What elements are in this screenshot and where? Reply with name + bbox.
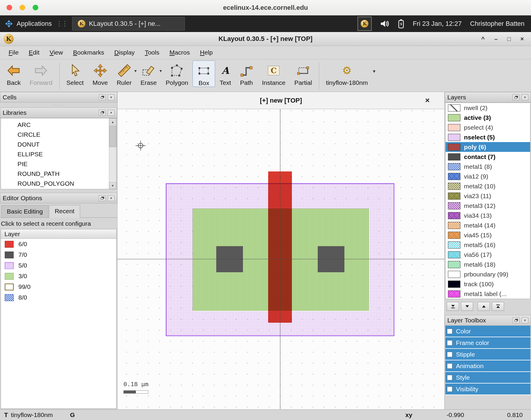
- partial-tool[interactable]: Partial: [290, 61, 317, 86]
- layer-item-metal1[interactable]: metal1 (8): [446, 162, 530, 171]
- libraries-close-button[interactable]: ×: [108, 110, 115, 116]
- toolbox-item-style[interactable]: Style: [445, 372, 530, 383]
- move-layer-down-button[interactable]: [461, 302, 473, 311]
- scroll-down-icon[interactable]: ▼: [109, 182, 116, 189]
- menu-display[interactable]: Display: [109, 47, 140, 58]
- dock-splitter-handle[interactable]: ·····: [0, 103, 117, 107]
- menu-view[interactable]: View: [44, 47, 68, 58]
- layer-item-via23[interactable]: via23 (11): [446, 191, 530, 201]
- layout-canvas[interactable]: 0.18 µm: [117, 109, 444, 409]
- layer-toolbox-close-button[interactable]: ×: [522, 317, 528, 323]
- recent-layer-row[interactable]: 99/0: [1, 281, 116, 292]
- zoom-window-icon[interactable]: [33, 5, 38, 10]
- library-item-stroked-box[interactable]: STROKED_BOX: [1, 188, 109, 189]
- layer-item-via56[interactable]: via56 (17): [446, 250, 530, 260]
- clock[interactable]: Fri 23 Jan, 12:27: [413, 20, 462, 28]
- forward-tool[interactable]: Forward: [25, 61, 57, 86]
- document-tab-title[interactable]: [+] new [TOP]: [117, 97, 444, 104]
- recent-layer-row[interactable]: 3/0: [1, 271, 116, 281]
- ruler-tool[interactable]: Ruler ▾: [112, 61, 136, 86]
- layer-item-nwell[interactable]: nwell (2): [446, 103, 530, 113]
- tab-recent[interactable]: Recent: [49, 205, 80, 218]
- toolbox-item-frame-color[interactable]: Frame color: [445, 337, 530, 348]
- checkbox[interactable]: [447, 352, 452, 357]
- libraries-scrollbar[interactable]: ▲ ▼: [109, 118, 116, 189]
- tab-basic-editing[interactable]: Basic Editing: [1, 205, 48, 217]
- layer-item-nselect[interactable]: nselect (5): [446, 132, 530, 142]
- menu-file[interactable]: File: [4, 47, 24, 58]
- library-item-circle[interactable]: CIRCLE: [1, 130, 109, 139]
- layers-float-button[interactable]: [513, 94, 519, 100]
- layer-item-via34[interactable]: via34 (13): [446, 211, 530, 220]
- text-tool[interactable]: A Text: [215, 61, 236, 86]
- layer-toolbox-float-button[interactable]: [513, 317, 519, 323]
- layer-item-metal6[interactable]: metal6 (18): [446, 260, 530, 269]
- toolbox-item-animation[interactable]: Animation: [445, 360, 530, 371]
- layer-item-poly[interactable]: poly (6): [446, 142, 530, 152]
- toolbox-item-color[interactable]: Color: [445, 326, 530, 337]
- library-item-round-path[interactable]: ROUND_PATH: [1, 169, 109, 179]
- menu-edit[interactable]: Edit: [24, 47, 44, 58]
- shade-button[interactable]: ^: [478, 34, 488, 44]
- user-menu[interactable]: Christopher Batten: [470, 20, 524, 28]
- volume-icon[interactable]: [380, 20, 389, 28]
- polygon-tool[interactable]: Polygon: [161, 61, 193, 86]
- technology-dropdown-icon[interactable]: ▾: [373, 68, 376, 74]
- recent-layer-row[interactable]: 5/0: [1, 260, 116, 271]
- library-item-donut[interactable]: DONUT: [1, 139, 109, 149]
- close-window-icon[interactable]: [7, 5, 12, 10]
- menu-help[interactable]: Help: [195, 47, 218, 58]
- layer-item-via12[interactable]: via12 (9): [446, 171, 530, 181]
- toolbox-item-stipple[interactable]: Stipple: [445, 349, 530, 360]
- layer-item-metal2[interactable]: metal2 (10): [446, 181, 530, 191]
- layer-item-track[interactable]: track (100): [446, 279, 530, 289]
- layer-item-pselect[interactable]: pselect (4): [446, 122, 530, 132]
- cells-close-button[interactable]: ×: [108, 94, 115, 100]
- move-layer-up-button[interactable]: [478, 302, 490, 311]
- minimize-button[interactable]: –: [491, 34, 501, 44]
- maximize-button[interactable]: □: [504, 34, 514, 44]
- menu-tools[interactable]: Tools: [140, 47, 164, 58]
- layer-item-metal1-label[interactable]: metal1 label (...: [446, 289, 530, 299]
- layer-item-metal4[interactable]: metal4 (14): [446, 220, 530, 230]
- technology-selector[interactable]: ⚙ tinyflow-180nm: [322, 61, 372, 86]
- scrollbar-thumb[interactable]: [109, 126, 116, 147]
- erase-tool[interactable]: Erase ▾: [136, 61, 161, 86]
- battery-icon[interactable]: [398, 19, 404, 28]
- libraries-float-button[interactable]: [99, 110, 106, 116]
- library-item-arc[interactable]: ARC: [1, 120, 109, 130]
- move-tool[interactable]: Move: [88, 61, 112, 86]
- recent-layer-row[interactable]: 8/0: [1, 292, 116, 303]
- dock-splitter[interactable]: [0, 189, 117, 193]
- scroll-up-icon[interactable]: ▲: [109, 118, 116, 125]
- systray-klayout[interactable]: K: [357, 17, 372, 31]
- box-tool[interactable]: Box: [193, 61, 215, 87]
- path-tool[interactable]: Path: [236, 61, 257, 86]
- library-item-pie[interactable]: PIE: [1, 159, 109, 169]
- layer-item-via45[interactable]: via45 (15): [446, 230, 530, 240]
- layer-item-prboundary[interactable]: prboundary (99): [446, 269, 530, 279]
- layer-item-active[interactable]: active (3): [446, 113, 530, 122]
- recent-layer-row[interactable]: 7/0: [1, 249, 116, 260]
- move-layer-to-top-button[interactable]: [492, 302, 504, 311]
- menu-macros[interactable]: Macros: [164, 47, 195, 58]
- instance-tool[interactable]: C Instance: [257, 61, 290, 86]
- layers-close-button[interactable]: ×: [522, 94, 528, 100]
- checkbox[interactable]: [447, 329, 452, 334]
- editor-options-close-button[interactable]: ×: [108, 195, 115, 201]
- library-item-ellipse[interactable]: ELLIPSE: [1, 149, 109, 159]
- cells-float-button[interactable]: [99, 94, 106, 100]
- checkbox[interactable]: [447, 340, 452, 346]
- minimize-window-icon[interactable]: [20, 5, 25, 10]
- editor-options-float-button[interactable]: [99, 195, 106, 201]
- table-header-layer[interactable]: Layer: [1, 229, 116, 239]
- recent-layer-row[interactable]: 6/0: [1, 239, 116, 249]
- shape-contact-left[interactable]: [216, 246, 243, 272]
- applications-menu[interactable]: Applications: [0, 15, 56, 32]
- menu-bookmarks[interactable]: Bookmarks: [68, 47, 109, 58]
- tab-close-icon[interactable]: ×: [425, 96, 430, 105]
- dock-splitter[interactable]: [445, 311, 531, 315]
- select-tool[interactable]: Select: [62, 61, 88, 86]
- checkbox[interactable]: [447, 386, 452, 392]
- shape-contact-right[interactable]: [318, 246, 344, 272]
